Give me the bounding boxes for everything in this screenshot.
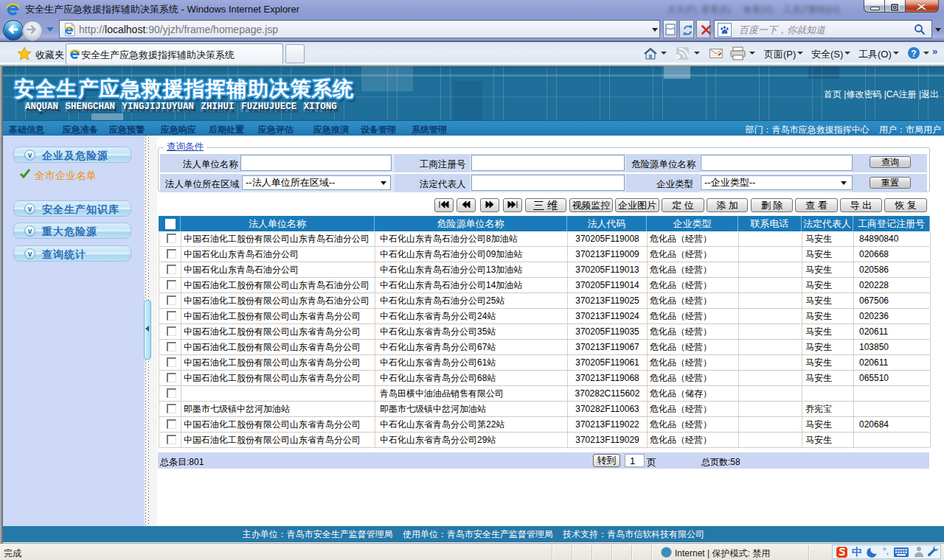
svg-text:?: ? <box>911 49 916 59</box>
